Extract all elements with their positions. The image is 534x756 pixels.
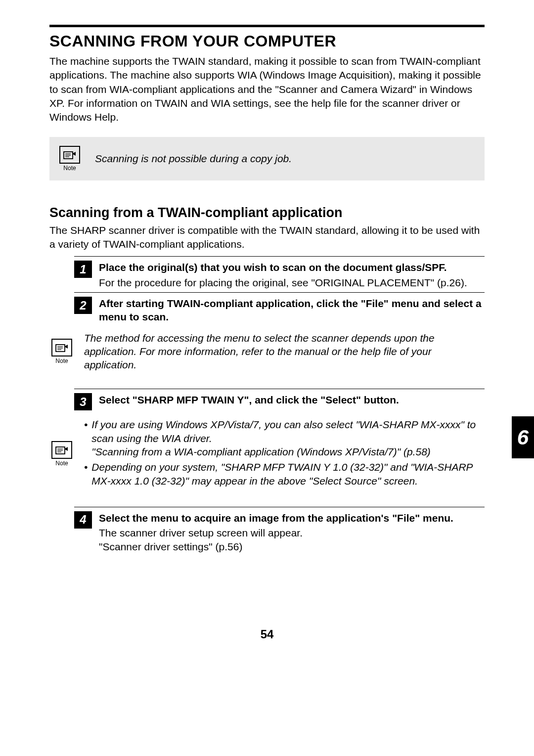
step-number-1: 1 bbox=[74, 261, 92, 278]
main-heading: SCANNING FROM YOUR COMPUTER bbox=[49, 32, 485, 50]
step-title-1: Place the original(s) that you wish to s… bbox=[99, 261, 485, 274]
note-inline-2: Note The method for accessing the menu t… bbox=[49, 331, 485, 377]
step-title-4: Select the menu to acquire an image from… bbox=[99, 511, 485, 525]
note-icon bbox=[51, 339, 72, 356]
step-desc-4b: "Scanner driver settings" (p.56) bbox=[99, 540, 485, 553]
note-icon bbox=[51, 441, 72, 459]
step-number-2: 2 bbox=[74, 297, 92, 314]
step-title-3: Select "SHARP MFP TWAIN Y", and click th… bbox=[99, 393, 485, 406]
step-number-3: 3 bbox=[74, 393, 92, 410]
step-number-4: 4 bbox=[74, 511, 92, 529]
chapter-tab: 6 bbox=[512, 416, 534, 458]
step-2: 2 After starting TWAIN-compliant applica… bbox=[74, 292, 485, 324]
note-label: Note bbox=[63, 165, 76, 172]
intro-text: The machine supports the TWAIN standard,… bbox=[49, 54, 485, 125]
step-desc-4a: The scanner driver setup screen will app… bbox=[99, 526, 485, 539]
note-inline-3: Note • If you are using Windows XP/Vista… bbox=[49, 418, 485, 494]
note-label: Note bbox=[55, 460, 68, 467]
step-desc-1: For the procedure for placing the origin… bbox=[99, 276, 485, 289]
page-number: 54 bbox=[49, 627, 485, 641]
sub-heading: Scanning from a TWAIN-compliant applicat… bbox=[49, 205, 485, 221]
step-3: 3 Select "SHARP MFP TWAIN Y", and click … bbox=[74, 389, 485, 410]
step-title-2: After starting TWAIN-compliant applicati… bbox=[99, 297, 485, 324]
note-text-1: Scanning is not possible during a copy j… bbox=[95, 153, 292, 165]
note3-bullet-2: • Depending on your system, "SHARP MFP T… bbox=[84, 460, 485, 488]
note-label: Note bbox=[55, 357, 68, 364]
note-icon bbox=[59, 146, 80, 164]
note-text-2: The method for accessing the menu to sel… bbox=[84, 331, 485, 372]
note3-bullet-1: • If you are using Windows XP/Vista/7, y… bbox=[84, 418, 485, 458]
step-4: 4 Select the menu to acquire an image fr… bbox=[74, 507, 485, 553]
sub-intro-text: The SHARP scanner driver is compatible w… bbox=[49, 223, 485, 252]
step-1: 1 Place the original(s) that you wish to… bbox=[74, 256, 485, 289]
note-box-1: Note Scanning is not possible during a c… bbox=[49, 137, 485, 180]
